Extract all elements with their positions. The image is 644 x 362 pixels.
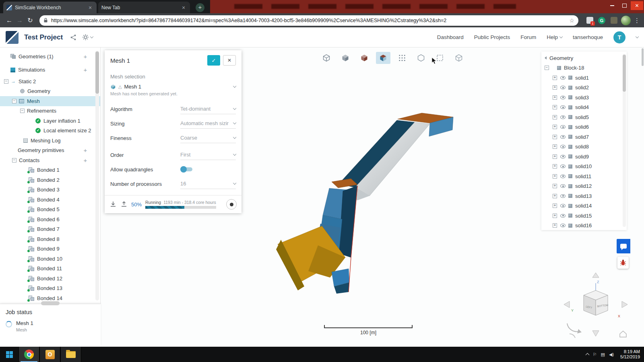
solid-view-cube-icon[interactable]: [338, 52, 353, 64]
sidebar-item-bonded[interactable]: Bonded 7: [0, 224, 100, 234]
close-button[interactable]: [631, 1, 643, 10]
browser-menu-icon[interactable]: [634, 17, 640, 24]
geometry-solid-row[interactable]: solid10: [541, 162, 627, 172]
expand-solid-icon[interactable]: [553, 135, 557, 139]
collapse-toggle-icon[interactable]: [12, 158, 17, 162]
surface-view-cube-icon[interactable]: [357, 52, 372, 64]
sidebar-item-bonded[interactable]: Bonded 11: [0, 264, 100, 274]
back-icon[interactable]: [4, 15, 14, 26]
expand-solid-icon[interactable]: [553, 144, 557, 149]
geometry-panel-scrollbar[interactable]: [623, 54, 626, 227]
sidebar-item-bonded[interactable]: Bonded 1: [0, 165, 100, 175]
expand-solid-icon[interactable]: [553, 154, 557, 159]
taskbar-chrome[interactable]: [19, 347, 39, 362]
geometry-solid-row[interactable]: solid5: [541, 112, 627, 122]
expand-solid-icon[interactable]: [553, 76, 557, 80]
mesh-title-input[interactable]: Mesh 1: [110, 57, 207, 64]
rotate-cw-arrow[interactable]: [570, 334, 575, 338]
collapse-panel-icon[interactable]: [545, 56, 547, 60]
sidebar-scrollbar-thumb[interactable]: [95, 51, 99, 94]
mesh-view-cube-icon[interactable]: [376, 52, 390, 64]
expand-solid-icon[interactable]: [553, 214, 557, 218]
allow-quadrangles-toggle[interactable]: [180, 167, 192, 171]
sidebar-item-contacts[interactable]: Contacts: [0, 155, 100, 165]
sidebar-item-bonded[interactable]: Bonded 10: [0, 254, 100, 264]
geometry-solid-row[interactable]: solid16: [541, 221, 627, 230]
expand-solid-icon[interactable]: [553, 204, 557, 208]
restore-button[interactable]: [618, 1, 631, 10]
processors-dropdown[interactable]: 16: [180, 179, 236, 189]
cancel-button[interactable]: [223, 55, 236, 66]
download-icon[interactable]: [109, 201, 117, 208]
share-icon[interactable]: [70, 34, 76, 41]
geometry-solid-row[interactable]: solid8: [541, 142, 627, 152]
url-field[interactable]: https://www.simscale.com/workbench/?pid=…: [39, 15, 578, 26]
bookmark-star-icon[interactable]: [569, 17, 574, 24]
panel-collapse-handle[interactable]: [41, 301, 60, 305]
visibility-eye-icon[interactable]: [560, 115, 566, 119]
sidebar-item-bonded[interactable]: Bonded 13: [0, 284, 100, 294]
expand-solid-icon[interactable]: [553, 95, 557, 100]
upload-icon[interactable]: [120, 201, 128, 208]
browser-profile-avatar[interactable]: [621, 16, 631, 25]
reload-icon[interactable]: [25, 15, 35, 26]
collapse-toggle-icon[interactable]: [20, 109, 25, 113]
visibility-eye-icon[interactable]: [560, 145, 566, 148]
home-view-icon[interactable]: [620, 331, 626, 337]
collapse-toggle-icon[interactable]: [12, 99, 17, 103]
page-scrollbar-thumb[interactable]: [642, 48, 644, 66]
sidebar-item-geometry[interactable]: Geometry: [0, 86, 100, 97]
action-center-icon[interactable]: [593, 352, 597, 357]
collapse-toggle-icon[interactable]: [4, 79, 8, 84]
nav-public-projects[interactable]: Public Projects: [474, 34, 510, 40]
rotate-down-arrow[interactable]: [592, 331, 599, 336]
isometric-view-cube-icon[interactable]: [319, 52, 334, 64]
geometry-solid-row[interactable]: solid13: [541, 191, 627, 201]
sidebar-item-bonded[interactable]: Bonded 3: [0, 185, 100, 195]
expand-solid-icon[interactable]: [553, 125, 557, 129]
tab-simscale-workbench[interactable]: SimScale Workbench: [3, 2, 97, 13]
geometry-solid-row[interactable]: solid2: [541, 83, 627, 93]
collapse-block-icon[interactable]: [545, 66, 549, 70]
visibility-eye-icon[interactable]: [560, 214, 566, 218]
wireframe-hexagon-icon[interactable]: [414, 52, 428, 64]
expand-solid-icon[interactable]: [553, 223, 557, 228]
tray-expand-icon[interactable]: [585, 353, 589, 357]
sidebar-item-bonded[interactable]: Bonded 2: [0, 175, 100, 185]
taskbar-explorer[interactable]: [60, 347, 81, 362]
rotate-right-arrow[interactable]: [622, 301, 627, 308]
visibility-eye-icon[interactable]: [560, 204, 566, 208]
visibility-eye-icon[interactable]: [560, 194, 566, 198]
minimize-button[interactable]: [606, 1, 618, 10]
sidebar-item-bonded[interactable]: Bonded 6: [0, 214, 100, 224]
nav-help[interactable]: Help: [547, 34, 562, 40]
algorithm-dropdown[interactable]: Tet-dominant: [180, 104, 236, 114]
geometry-solid-row[interactable]: solid9: [541, 152, 627, 162]
sidebar-item-geometries[interactable]: Geometries (1): [0, 51, 100, 62]
chevron-down-icon[interactable]: [233, 84, 236, 88]
new-tab-button[interactable]: [196, 3, 204, 12]
geometry-solid-row[interactable]: solid14: [541, 201, 627, 211]
sidebar-item-refinements[interactable]: Refinements: [0, 106, 100, 116]
extension-icon-2[interactable]: [609, 16, 619, 25]
visibility-eye-icon[interactable]: [560, 155, 566, 158]
geometry-solid-row[interactable]: solid1: [541, 73, 627, 83]
sidebar-item-local-element-size[interactable]: Local element size 2: [0, 126, 100, 136]
sidebar-item-bonded[interactable]: Bonded 8: [0, 234, 100, 244]
user-avatar[interactable]: T: [613, 31, 625, 43]
expand-solid-icon[interactable]: [553, 85, 557, 90]
sidebar-item-bonded[interactable]: Bonded 9: [0, 244, 100, 254]
expand-solid-icon[interactable]: [553, 194, 557, 198]
geometry-solid-row[interactable]: solid11: [541, 171, 627, 181]
geometry-solid-row[interactable]: solid12: [541, 181, 627, 191]
geometry-panel-header[interactable]: Geometry: [541, 53, 627, 63]
report-bug-button[interactable]: [617, 257, 629, 269]
visibility-eye-icon[interactable]: [560, 86, 566, 89]
add-simulation-button[interactable]: [83, 66, 88, 73]
support-chat-button[interactable]: [617, 239, 630, 253]
add-contact-button[interactable]: [83, 157, 88, 164]
sidebar-item-bonded[interactable]: Bonded 12: [0, 274, 100, 284]
geometry-solid-row[interactable]: solid6: [541, 122, 627, 132]
job-row[interactable]: Mesh 1 Mesh: [0, 319, 101, 333]
geometry-solid-row[interactable]: solid7: [541, 132, 627, 142]
